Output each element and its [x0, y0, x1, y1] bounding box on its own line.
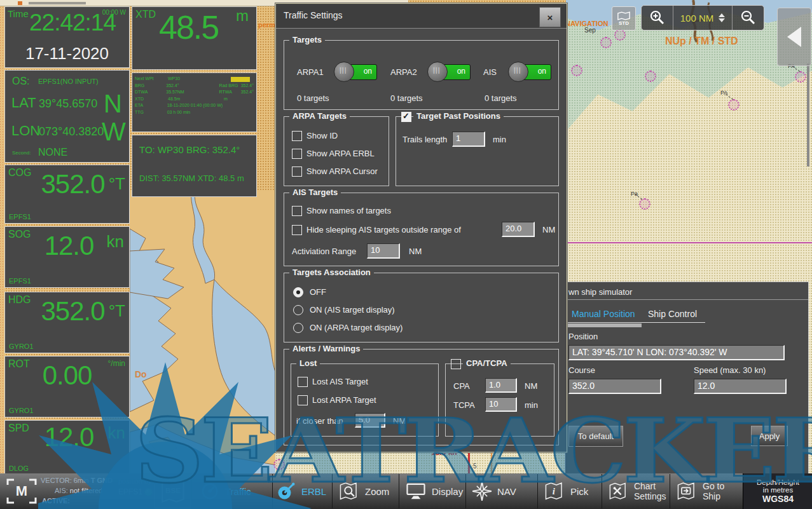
os-label: OS: [12, 76, 30, 87]
ais-toggle[interactable]: on [508, 63, 551, 81]
show-names-checkbox[interactable] [292, 206, 302, 216]
show-arpa-erbl-label: Show ARPA ERBL [306, 149, 375, 158]
monogram-letter: M [6, 483, 37, 499]
xtd-unit: m [236, 7, 249, 25]
monitor-mode-button[interactable]: M [6, 478, 37, 504]
hdg-unit: °T [109, 301, 125, 321]
arpa2-toggle[interactable]: on [427, 63, 471, 81]
lost-ais-checkbox[interactable] [298, 377, 308, 387]
tcpa-label: TCPA [453, 400, 475, 410]
scale-selector[interactable]: 100 NM [673, 6, 732, 30]
toolbar-button-chart-settings[interactable]: Chart Settings [602, 474, 670, 508]
if-closer-input[interactable]: 5.0 [355, 413, 385, 428]
lost-arpa-label: Lost ARPA Target [312, 395, 376, 405]
arpa2-label: ARPA2 [390, 67, 417, 77]
chart-settings-button-label: Chart Settings [634, 481, 670, 501]
course-input[interactable]: 352.0 [568, 379, 661, 394]
show-id-checkbox[interactable] [292, 131, 302, 141]
collapse-panel-button[interactable] [777, 8, 811, 66]
activation-range-input[interactable]: 10 [367, 243, 400, 259]
lon-value: 073°40.3820 [39, 125, 104, 139]
dialog-titlebar[interactable]: Traffic Settings × [276, 4, 567, 29]
show-arpa-erbl-checkbox[interactable] [292, 149, 302, 159]
toolbar-button-display[interactable]: Display [399, 474, 465, 508]
tab-manual-position[interactable]: Manual Position [572, 309, 635, 319]
xtd-panel: XTD 48.5 m [132, 6, 257, 70]
association-on-arpa-label: ON (ARPA target display) [310, 323, 403, 332]
targets-association-group: Targets Association OFF ON (AIS target d… [284, 273, 559, 343]
apply-button[interactable]: Apply [751, 426, 788, 446]
cpa-input[interactable]: 1.0 [485, 378, 517, 393]
zoom-in-button[interactable] [642, 6, 673, 30]
zoom-button-label: Zoom [365, 486, 389, 497]
route-highlight-chip [231, 77, 250, 82]
past-positions-group: Target Past Positions Trails length 1 mi… [396, 116, 559, 186]
ais-status-label: AIS: [55, 487, 68, 494]
ais-filter-status: AIS: not filtered [55, 487, 102, 494]
course-label: Course [568, 365, 595, 375]
speed-input[interactable]: 12.0 [694, 379, 787, 394]
cpa-tcpa-title: CPA/TCPA [463, 358, 511, 368]
toggle-knob-icon [427, 62, 448, 82]
association-off-radio[interactable] [293, 287, 303, 297]
nav-button-label: NAV [497, 486, 516, 497]
depth-note-line1: Depth/Height [757, 478, 799, 486]
scale-spinner-icon[interactable] [719, 13, 725, 22]
toolbar-button-erbl[interactable]: ERBL [272, 474, 332, 508]
trails-unit-label: min [493, 135, 506, 144]
past-positions-checkbox[interactable] [401, 112, 411, 122]
show-arpa-cursor-checkbox[interactable] [292, 166, 302, 177]
show-id-label: Show ID [306, 131, 338, 140]
ais-toggle-state: on [538, 67, 546, 76]
tab-ship-control[interactable]: Ship Control [648, 309, 697, 319]
lat-label: LAT [11, 95, 36, 111]
alerts-warnings-title: Alerts / Warnings [289, 344, 363, 353]
hide-sleeping-checkbox[interactable] [292, 225, 302, 235]
position-label: Position [568, 332, 598, 341]
association-on-ais-radio[interactable] [293, 305, 303, 315]
association-on-arpa-radio[interactable] [293, 323, 303, 333]
toolbar-button-pick[interactable]: i Pick [537, 474, 602, 508]
lost-group-title: Lost [296, 358, 320, 368]
tcpa-input[interactable]: 10 [485, 397, 517, 412]
tab-underline [565, 322, 705, 323]
own-ship-panel-title: wn ship simulator [568, 287, 632, 297]
position-input[interactable]: LAT: 39°45.710' N LON: 073°40.392' W [568, 345, 785, 360]
to-default-button[interactable]: To default [568, 426, 623, 447]
rot-source: GYRO1 [9, 407, 34, 414]
position-by-label: position by [118, 477, 152, 485]
dialog-close-button[interactable]: × [539, 7, 561, 27]
datum-label: WGS84 [762, 494, 794, 504]
zoom-in-icon [649, 10, 666, 26]
chart-display-mode-button[interactable]: STD [612, 6, 636, 31]
cpa-unit: NM [525, 381, 537, 391]
position-panel: OS: EPFS1(NO INPUT) LAT 39°45.6570 N LON… [4, 70, 130, 163]
toolbar-button-bse[interactable]: BSE BSE [155, 474, 191, 508]
dialog-title: Traffic Settings [284, 10, 343, 20]
activation-range-label: Activiation Range [292, 247, 356, 256]
arpa1-toggle[interactable]: on [334, 63, 377, 81]
ais-status-value: not filtered [70, 487, 102, 494]
cog-source: EPFS1 [9, 213, 31, 221]
toolbar-button-nav[interactable]: NAV [465, 474, 537, 508]
waypoint-number-label: 5 [473, 463, 477, 470]
toolbar-button-traffic[interactable]: Traffic [191, 474, 272, 508]
targets-group: Targets ARPA1 on ARPA2 on AIS on 0 targe… [284, 40, 559, 110]
lost-arpa-checkbox[interactable] [298, 395, 308, 405]
zoom-out-button[interactable] [732, 6, 764, 30]
cpa-tcpa-checkbox[interactable] [451, 359, 461, 369]
hide-range-input[interactable]: 20.0 [502, 222, 535, 237]
to-waypoint-line: TO: WP30 BRG: 352.4° [139, 144, 240, 155]
ecdis-screen: NAVIGATION NUp / TM / STD Sep perm Do PA… [0, 0, 812, 509]
toolbar-button-zoom[interactable]: Zoom [332, 474, 399, 508]
second-value: NONE [38, 147, 67, 158]
toolbar-button-go-to-ship[interactable]: Go to Ship [670, 474, 743, 508]
rot-unit: °/min [108, 359, 125, 368]
map-label-perm: perm [258, 21, 275, 29]
targets-group-title: Targets [289, 35, 325, 44]
if-closer-label: if closer than [296, 416, 343, 426]
display-monitor-icon [406, 482, 426, 500]
hdg-source: GYRO1 [9, 343, 34, 350]
trails-length-input[interactable]: 1 [452, 132, 485, 147]
folded-map-icon [617, 11, 630, 20]
